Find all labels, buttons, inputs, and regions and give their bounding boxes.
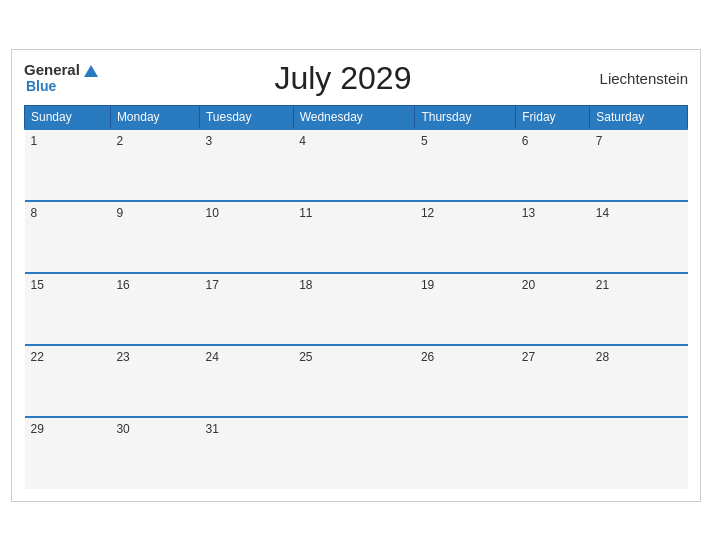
week-row-4: 22232425262728 (25, 345, 688, 417)
day-cell-10: 10 (199, 201, 293, 273)
weekday-header-row: SundayMondayTuesdayWednesdayThursdayFrid… (25, 105, 688, 129)
day-cell-7: 7 (590, 129, 688, 201)
day-cell-23: 23 (110, 345, 199, 417)
calendar-container: General Blue July 2029 Liechtenstein Sun… (11, 49, 701, 502)
logo: General Blue (24, 62, 98, 94)
day-cell-17: 17 (199, 273, 293, 345)
day-cell-2: 2 (110, 129, 199, 201)
logo-triangle-icon (84, 65, 98, 77)
day-cell-22: 22 (25, 345, 111, 417)
weekday-header-friday: Friday (516, 105, 590, 129)
day-cell-16: 16 (110, 273, 199, 345)
weekday-header-tuesday: Tuesday (199, 105, 293, 129)
day-cell-18: 18 (293, 273, 415, 345)
week-row-1: 1234567 (25, 129, 688, 201)
day-cell-5: 5 (415, 129, 516, 201)
empty-cell (516, 417, 590, 489)
day-cell-11: 11 (293, 201, 415, 273)
day-cell-12: 12 (415, 201, 516, 273)
weekday-header-wednesday: Wednesday (293, 105, 415, 129)
day-cell-13: 13 (516, 201, 590, 273)
calendar-header: General Blue July 2029 Liechtenstein (24, 60, 688, 97)
day-cell-28: 28 (590, 345, 688, 417)
day-cell-8: 8 (25, 201, 111, 273)
week-row-5: 293031 (25, 417, 688, 489)
day-cell-29: 29 (25, 417, 111, 489)
day-cell-15: 15 (25, 273, 111, 345)
weekday-header-sunday: Sunday (25, 105, 111, 129)
logo-general-text: General (24, 62, 80, 79)
empty-cell (415, 417, 516, 489)
week-row-2: 891011121314 (25, 201, 688, 273)
day-cell-31: 31 (199, 417, 293, 489)
logo-general: General (24, 62, 98, 79)
weekday-header-saturday: Saturday (590, 105, 688, 129)
empty-cell (590, 417, 688, 489)
empty-cell (293, 417, 415, 489)
day-cell-1: 1 (25, 129, 111, 201)
week-row-3: 15161718192021 (25, 273, 688, 345)
day-cell-30: 30 (110, 417, 199, 489)
weekday-header-monday: Monday (110, 105, 199, 129)
day-cell-24: 24 (199, 345, 293, 417)
calendar-title: July 2029 (274, 60, 411, 97)
day-cell-26: 26 (415, 345, 516, 417)
calendar-country: Liechtenstein (588, 70, 688, 87)
day-cell-25: 25 (293, 345, 415, 417)
day-cell-14: 14 (590, 201, 688, 273)
day-cell-6: 6 (516, 129, 590, 201)
day-cell-27: 27 (516, 345, 590, 417)
day-cell-4: 4 (293, 129, 415, 201)
day-cell-21: 21 (590, 273, 688, 345)
day-cell-19: 19 (415, 273, 516, 345)
day-cell-3: 3 (199, 129, 293, 201)
day-cell-9: 9 (110, 201, 199, 273)
logo-blue-text: Blue (26, 79, 98, 94)
calendar-grid: SundayMondayTuesdayWednesdayThursdayFrid… (24, 105, 688, 489)
weekday-header-thursday: Thursday (415, 105, 516, 129)
day-cell-20: 20 (516, 273, 590, 345)
